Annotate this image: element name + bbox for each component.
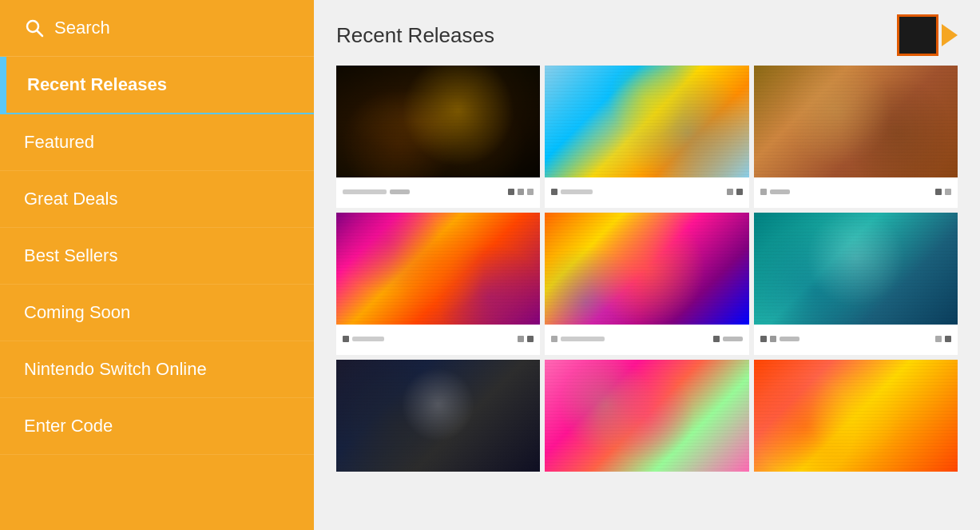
sidebar-item-label: Coming Soon xyxy=(24,302,130,322)
game-thumbnail xyxy=(754,360,958,472)
game-info xyxy=(545,177,748,208)
game-info xyxy=(336,177,540,208)
game-card[interactable] xyxy=(545,66,748,208)
game-card[interactable] xyxy=(545,360,748,472)
sidebar-item-nintendo-switch-online[interactable]: Nintendo Switch Online xyxy=(0,341,314,398)
nav-arrow-container xyxy=(897,14,958,56)
game-info xyxy=(336,325,540,355)
game-title-line xyxy=(352,337,384,341)
nav-black-box xyxy=(897,14,938,56)
game-thumbnail xyxy=(336,66,540,177)
game-thumbnail xyxy=(545,66,748,177)
thumb-overlay xyxy=(545,360,748,472)
game-thumbnail xyxy=(754,213,958,325)
search-icon xyxy=(24,18,45,38)
main-header: Recent Releases xyxy=(314,0,980,66)
game-card[interactable] xyxy=(336,66,540,208)
game-thumbnail xyxy=(336,213,540,325)
game-card[interactable] xyxy=(336,360,540,472)
sidebar-item-featured[interactable]: Featured xyxy=(0,114,314,171)
game-rating xyxy=(727,189,743,195)
thumb-overlay xyxy=(754,360,958,472)
sidebar-item-label: Recent Releases xyxy=(27,74,167,94)
game-card[interactable] xyxy=(545,213,748,355)
game-meta xyxy=(760,336,799,342)
thumb-overlay xyxy=(754,66,958,177)
game-thumbnail xyxy=(545,213,748,325)
game-card[interactable] xyxy=(754,213,958,355)
game-meta xyxy=(343,189,410,194)
sidebar-item-label: Nintendo Switch Online xyxy=(24,359,207,379)
game-title-line xyxy=(343,189,387,194)
game-info xyxy=(754,177,958,208)
game-thumbnail xyxy=(545,360,748,472)
game-title-line xyxy=(561,189,593,194)
thumb-overlay xyxy=(336,66,540,177)
sidebar-item-label: Enter Code xyxy=(24,416,113,436)
sidebar-item-label: Great Deals xyxy=(24,189,117,209)
sidebar: Search Recent Releases Featured Great De… xyxy=(0,0,314,530)
game-grid xyxy=(314,66,980,494)
game-title-line xyxy=(561,337,605,341)
sidebar-item-search[interactable]: Search xyxy=(0,0,314,57)
nav-next-arrow[interactable] xyxy=(942,24,958,46)
game-rating xyxy=(713,336,743,342)
game-card[interactable] xyxy=(754,66,958,208)
svg-line-1 xyxy=(38,31,43,37)
thumb-overlay xyxy=(336,213,540,325)
game-rating xyxy=(508,189,534,195)
thumb-overlay xyxy=(545,66,748,177)
game-card[interactable] xyxy=(336,213,540,355)
game-rating xyxy=(518,336,534,342)
page-title: Recent Releases xyxy=(336,23,494,48)
thumb-overlay xyxy=(754,213,958,325)
game-subtitle-line xyxy=(390,189,410,194)
game-rating xyxy=(935,189,951,195)
sidebar-item-label: Featured xyxy=(24,132,94,152)
game-thumbnail xyxy=(754,66,958,177)
search-label: Search xyxy=(54,18,110,38)
sidebar-item-label: Best Sellers xyxy=(24,245,117,265)
sidebar-item-best-sellers[interactable]: Best Sellers xyxy=(0,228,314,285)
game-meta xyxy=(343,336,384,342)
thumb-overlay xyxy=(545,213,748,325)
game-card[interactable] xyxy=(754,360,958,472)
game-meta xyxy=(551,189,593,195)
game-rating xyxy=(935,336,951,342)
game-title-line xyxy=(780,337,799,341)
game-info xyxy=(754,325,958,355)
game-thumbnail xyxy=(336,360,540,472)
main-content: Recent Releases xyxy=(314,0,980,530)
thumb-overlay xyxy=(336,360,540,472)
game-info xyxy=(545,325,748,355)
sidebar-item-great-deals[interactable]: Great Deals xyxy=(0,171,314,228)
game-meta xyxy=(551,336,605,342)
game-title-line xyxy=(770,189,790,194)
sidebar-item-coming-soon[interactable]: Coming Soon xyxy=(0,285,314,341)
game-meta xyxy=(760,189,790,195)
sidebar-item-recent-releases[interactable]: Recent Releases xyxy=(0,57,314,114)
sidebar-item-enter-code[interactable]: Enter Code xyxy=(0,398,314,455)
